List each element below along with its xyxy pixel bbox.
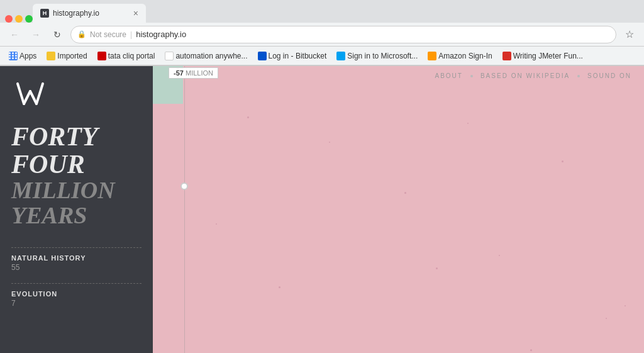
amazon-label: Amazon Sign-In	[438, 52, 492, 60]
svg-line-0	[18, 84, 24, 104]
bitbucket-label: Log in - Bitbucket	[269, 52, 327, 60]
tab-close-icon[interactable]: ×	[133, 8, 138, 18]
noise-dot	[404, 192, 406, 194]
bookmark-imported[interactable]: Imported	[43, 50, 91, 62]
lock-icon: 🔒	[77, 30, 86, 38]
forward-button[interactable]: →	[28, 26, 44, 43]
microsoft-label: Sign in to Microsoft...	[347, 52, 418, 60]
main-content: -57 MILLION ABOUT BASED ON WIKIPEDIA SOU…	[153, 66, 644, 353]
bookmark-tata[interactable]: tata cliq portal	[94, 50, 159, 62]
maximize-button[interactable]	[25, 15, 33, 23]
browser-chrome: H histography.io × ← → ↻ 🔒 Not secure | …	[0, 0, 644, 66]
section-evolution-title: EVOLUTION	[11, 290, 142, 298]
nav-sound[interactable]: SOUND ON	[587, 72, 631, 79]
noise-dot	[625, 305, 626, 306]
section-natural-history-title: NATURAL HISTORY	[11, 254, 142, 262]
automation-label: automation anywhe...	[175, 52, 247, 60]
apps-icon	[9, 52, 18, 60]
browser-tab[interactable]: H histography.io ×	[33, 4, 146, 23]
refresh-button[interactable]: ↻	[49, 26, 65, 43]
site-nav: ABOUT BASED ON WIKIPEDIA SOUND ON	[435, 72, 632, 79]
bookmark-amazon[interactable]: Amazon Sign-In	[424, 50, 496, 62]
jmeter-label: Writing JMeter Fun...	[513, 52, 583, 60]
timeline-marker-value: -57	[174, 69, 186, 77]
noise-dot	[436, 267, 438, 269]
url-text: histography.io	[136, 30, 186, 39]
separator: |	[130, 30, 132, 39]
microsoft-icon	[336, 52, 345, 60]
svg-line-1	[24, 91, 30, 104]
noise-dot	[530, 349, 532, 351]
sidebar-divider-2	[11, 283, 142, 284]
apps-label: Apps	[19, 52, 36, 60]
website-content: FORTY FOUR MILLION YEARS NATURAL HISTORY…	[0, 66, 644, 353]
bookmark-jmeter[interactable]: Writing JMeter Fun...	[499, 50, 587, 62]
svg-line-2	[30, 91, 36, 104]
noise-dot	[216, 223, 217, 225]
tagline-line1: FORTY	[11, 123, 142, 150]
noise-dot	[247, 116, 249, 118]
tab-bar: H histography.io ×	[0, 0, 644, 23]
amazon-icon	[428, 52, 436, 60]
sidebar: FORTY FOUR MILLION YEARS NATURAL HISTORY…	[0, 66, 153, 353]
imported-label: Imported	[57, 52, 87, 60]
noise-dot	[499, 255, 500, 256]
bookmarks-bar: Apps Imported tata cliq portal automatio…	[0, 47, 644, 65]
nav-dot-1	[470, 75, 473, 77]
noise-dot	[279, 286, 280, 288]
address-bar[interactable]: 🔒 Not secure | histography.io	[70, 26, 616, 43]
nav-dot-2	[577, 75, 580, 77]
minimize-button[interactable]	[15, 15, 23, 23]
noise-dot	[606, 318, 607, 319]
timeline-marker: -57 MILLION	[169, 67, 218, 79]
section-evolution-count: 7	[11, 299, 142, 308]
tab-favicon: H	[40, 9, 49, 18]
site-logo	[11, 79, 49, 110]
noise-dot	[329, 142, 330, 143]
tagline-line2: FOUR	[11, 150, 142, 178]
noise-dot	[467, 123, 469, 124]
not-secure-label: Not secure	[90, 30, 126, 39]
tata-icon	[97, 52, 106, 60]
bookmark-bitbucket[interactable]: Log in - Bitbucket	[254, 50, 331, 62]
tata-label: tata cliq portal	[108, 52, 155, 60]
back-button[interactable]: ←	[6, 26, 23, 43]
nav-about[interactable]: ABOUT	[435, 72, 463, 79]
bookmark-microsoft[interactable]: Sign in to Microsoft...	[333, 50, 421, 62]
timeline-line	[184, 66, 185, 353]
sidebar-divider-1	[11, 247, 142, 248]
timeline-area: -57 MILLION ABOUT BASED ON WIKIPEDIA SOU…	[153, 66, 644, 353]
timeline-marker-unit: MILLION	[186, 69, 213, 77]
tagline-text: FORTY FOUR MILLION YEARS	[11, 123, 142, 228]
bookmark-star-button[interactable]: ☆	[621, 26, 638, 43]
nav-wikipedia[interactable]: BASED ON WIKIPEDIA	[480, 72, 570, 79]
bookmark-apps[interactable]: Apps	[5, 50, 40, 62]
jmeter-icon	[502, 52, 511, 60]
address-bar-row: ← → ↻ 🔒 Not secure | histography.io ☆	[0, 23, 644, 47]
tagline-line3: MILLION	[11, 178, 142, 203]
tagline-line4: YEARS	[11, 203, 142, 228]
bitbucket-icon	[258, 52, 267, 60]
timeline-event-circle	[180, 182, 188, 190]
bookmark-automation[interactable]: automation anywhe...	[161, 50, 251, 62]
close-button[interactable]	[5, 15, 13, 23]
svg-line-3	[36, 84, 43, 104]
automation-icon	[165, 52, 174, 60]
noise-dot	[562, 160, 564, 162]
tab-title: histography.io	[53, 9, 130, 18]
section-natural-history-count: 55	[11, 263, 142, 272]
window-controls	[5, 15, 33, 23]
imported-icon	[47, 52, 55, 60]
